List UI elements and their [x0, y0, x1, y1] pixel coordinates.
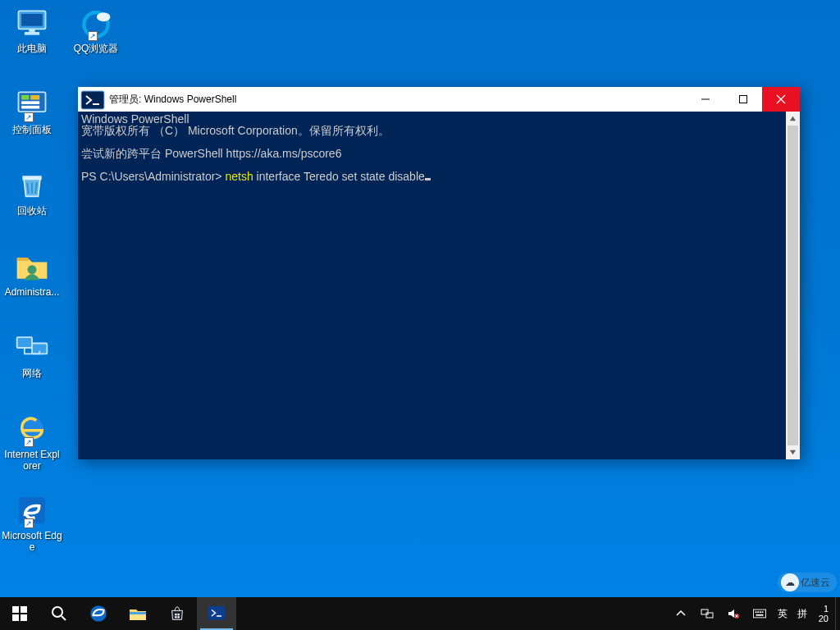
svg-rect-39 [761, 611, 763, 613]
terminal-line: 宽带版权所有 （C） Microsoft Corporation。保留所有权利。 [81, 124, 390, 137]
titlebar[interactable]: >_ 管理员: Windows PowerShell [78, 87, 800, 112]
svg-rect-28 [177, 614, 179, 615]
clock-time: 1 [819, 604, 829, 614]
svg-rect-37 [757, 611, 759, 613]
svg-rect-8 [30, 95, 39, 100]
show-desktop-button[interactable] [835, 597, 840, 630]
powershell-icon [207, 604, 226, 623]
user-folder-icon [14, 249, 50, 285]
control-panel-icon: ↗ [14, 86, 50, 122]
tray-volume-button[interactable] [720, 597, 746, 630]
svg-rect-3 [29, 29, 34, 32]
desktop-icon-label: 此电脑 [17, 43, 47, 54]
shortcut-arrow-icon: ↗ [24, 112, 34, 122]
terminal-line: 尝试新的跨平台 PowerShell https://aka.ms/pscore… [81, 147, 341, 160]
svg-rect-33 [706, 613, 713, 618]
svg-rect-21 [12, 614, 19, 621]
desktop-icon-ie[interactable]: ↗ Internet Explorer [2, 411, 62, 472]
desktop-icon-network[interactable]: 网络 [2, 330, 62, 379]
tray-overflow-button[interactable] [668, 597, 694, 630]
taskbar-explorer-button[interactable] [118, 597, 158, 630]
svg-rect-32 [701, 609, 708, 614]
svg-rect-31 [208, 606, 226, 620]
scroll-track[interactable] [786, 126, 800, 445]
minimize-button[interactable] [687, 87, 724, 112]
file-explorer-icon [128, 604, 148, 623]
desktop-icon-recycle-bin[interactable]: 回收站 [2, 167, 62, 217]
edge-icon [88, 603, 109, 624]
chevron-up-icon [674, 607, 687, 620]
this-pc-icon [14, 5, 50, 41]
maximize-button[interactable] [724, 87, 762, 112]
powershell-window[interactable]: >_ 管理员: Windows PowerShell Windows Power… [78, 87, 800, 459]
svg-rect-26 [130, 612, 146, 614]
desktop-icon-control-panel[interactable]: ↗ 控制面板 [2, 86, 62, 135]
shortcut-arrow-icon: ↗ [88, 31, 98, 41]
svg-rect-18 [81, 91, 104, 109]
terminal-area[interactable]: Windows PowerShell 宽带版权所有 （C） Microsoft … [78, 112, 800, 459]
svg-rect-19 [12, 606, 19, 613]
svg-rect-38 [760, 611, 761, 613]
terminal-content[interactable]: Windows PowerShell 宽带版权所有 （C） Microsoft … [78, 112, 800, 184]
watermark-icon: ☁ [781, 573, 799, 591]
scroll-up-button[interactable] [786, 112, 800, 126]
taskbar-store-button[interactable] [158, 597, 197, 630]
network-tray-icon [701, 607, 714, 620]
shortcut-arrow-icon: ↗ [24, 518, 34, 528]
terminal-cursor [425, 178, 431, 180]
ie-icon: ↗ [14, 411, 50, 447]
tray-ime-mode[interactable]: 拼 [792, 597, 812, 630]
tray-clock[interactable]: 1 20 [812, 597, 835, 630]
desktop-icon-label: Administra... [5, 286, 60, 298]
powershell-overlay-icon [80, 88, 106, 114]
svg-rect-30 [177, 616, 179, 618]
svg-rect-10 [21, 106, 39, 109]
store-icon [168, 605, 186, 623]
terminal-command-keyword: netsh [225, 170, 253, 183]
desktop-icon-qq-browser[interactable]: ↗ QQ浏览器 [66, 5, 126, 54]
svg-point-12 [28, 265, 37, 274]
taskbar-edge-button[interactable] [79, 597, 118, 630]
desktop-icon-admin-folder[interactable]: Administra... [2, 249, 62, 298]
svg-rect-2 [25, 32, 39, 35]
recycle-bin-icon [14, 167, 50, 203]
desktop-icon-label: 控制面板 [12, 124, 52, 135]
taskbar: 英 拼 1 20 [0, 597, 840, 630]
clock-date: 20 [819, 614, 829, 623]
svg-rect-7 [21, 95, 29, 100]
scroll-down-button[interactable] [786, 445, 800, 459]
qq-browser-icon: ↗ [78, 5, 114, 41]
desktop-icon-label: 回收站 [17, 205, 47, 217]
svg-rect-35 [753, 609, 765, 618]
search-button[interactable] [39, 597, 79, 630]
tray-ime-lang[interactable]: 英 [773, 597, 792, 630]
search-icon [51, 605, 67, 622]
desktop-icon-label: Microsoft Edge [2, 530, 62, 553]
svg-rect-27 [175, 614, 176, 615]
desktop-icon-label: 网络 [22, 368, 42, 379]
svg-point-23 [52, 607, 62, 617]
shortcut-arrow-icon: ↗ [24, 437, 34, 447]
window-title: 管理员: Windows PowerShell [107, 93, 687, 107]
svg-rect-29 [175, 616, 176, 618]
svg-rect-1 [21, 14, 43, 26]
desktop-icon-edge[interactable]: ↗ Microsoft Edge [2, 492, 62, 553]
close-button[interactable] [762, 87, 800, 112]
svg-rect-13 [17, 337, 32, 348]
tray-network-button[interactable] [694, 597, 720, 630]
svg-rect-11 [22, 176, 41, 180]
desktop-icon-this-pc[interactable]: 此电脑 [2, 5, 62, 54]
scrollbar[interactable] [786, 112, 800, 459]
network-icon [14, 330, 50, 366]
svg-rect-9 [21, 101, 39, 104]
tray-keyboard-button[interactable] [746, 597, 773, 630]
keyboard-icon [753, 607, 766, 620]
start-button[interactable] [0, 597, 39, 630]
svg-rect-40 [756, 614, 763, 616]
taskbar-powershell-button[interactable] [197, 597, 236, 630]
taskbar-right: 英 拼 1 20 [668, 597, 840, 630]
edge-icon: ↗ [14, 492, 50, 528]
taskbar-left [0, 597, 236, 630]
desktop-icon-label: QQ浏览器 [74, 43, 119, 54]
scroll-thumb[interactable] [788, 126, 798, 445]
